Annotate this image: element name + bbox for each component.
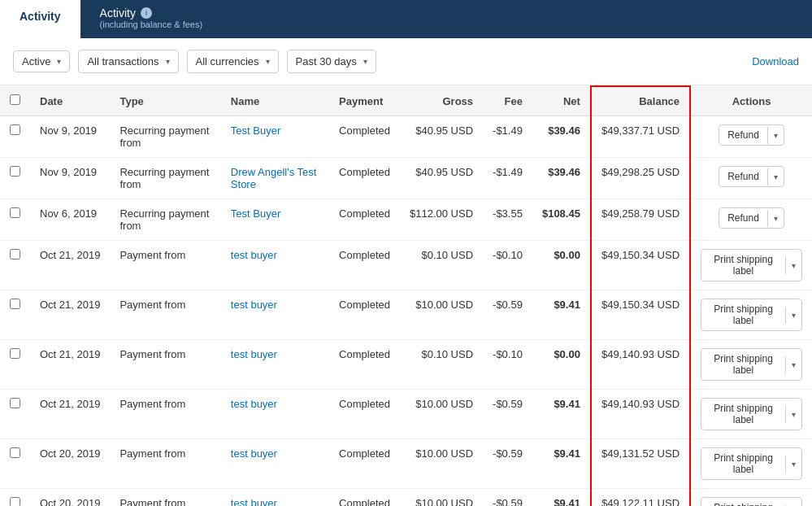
row-name[interactable]: Test Buyer [221, 116, 329, 158]
row-date: Oct 20, 2019 [30, 439, 110, 489]
table-row: Oct 21, 2019 Payment from test buyer Com… [0, 390, 812, 439]
action-button-label[interactable]: Print shipping label [701, 299, 785, 330]
header-checkbox[interactable] [0, 86, 30, 116]
transactions-table-container: Date Type Name Payment Gross Fee Net Bal… [0, 85, 812, 506]
table-row: Oct 20, 2019 Payment from test buyer Com… [0, 439, 812, 489]
row-name[interactable]: test buyer [221, 290, 329, 340]
row-name[interactable]: test buyer [221, 241, 329, 290]
tab-activity-fees-sub: (including balance & fees) [100, 20, 203, 29]
action-button-chevron-icon[interactable]: ▾ [785, 356, 801, 373]
row-name-link[interactable]: Test Buyer [231, 207, 280, 220]
row-name[interactable]: test buyer [221, 439, 329, 489]
row-checkbox-cell[interactable] [0, 489, 30, 507]
row-payment: Completed [329, 489, 400, 507]
select-all-checkbox[interactable] [10, 94, 20, 105]
row-type: Payment from [110, 241, 220, 290]
row-name-link[interactable]: test buyer [231, 299, 277, 311]
row-name[interactable]: test buyer [221, 489, 329, 507]
row-checkbox[interactable] [10, 166, 20, 177]
row-date: Oct 21, 2019 [30, 241, 110, 290]
row-gross: $10.00 USD [400, 489, 483, 507]
row-type: Payment from [110, 340, 220, 390]
row-name[interactable]: test buyer [221, 340, 329, 390]
tab-empty[interactable] [222, 0, 812, 38]
row-action-button[interactable]: Refund ▾ [719, 124, 784, 146]
row-fee: -$0.10 [483, 241, 532, 290]
row-action-button[interactable]: Print shipping label ▾ [701, 299, 802, 331]
row-name-link[interactable]: test buyer [231, 398, 277, 410]
header-type: Type [110, 86, 220, 116]
action-button-chevron-icon[interactable]: ▾ [785, 456, 801, 473]
row-action-button[interactable]: Print shipping label ▾ [701, 398, 802, 430]
action-button-label[interactable]: Print shipping label [701, 448, 785, 479]
row-checkbox-cell[interactable] [0, 340, 30, 390]
header-payment: Payment [329, 86, 400, 116]
row-payment: Completed [329, 290, 400, 340]
row-name[interactable]: Test Buyer [221, 199, 329, 241]
row-action-button[interactable]: Refund ▾ [719, 207, 784, 229]
row-checkbox-cell[interactable] [0, 439, 30, 489]
row-fee: -$0.10 [483, 340, 532, 390]
row-name-link[interactable]: Drew Angell's Test Store [231, 166, 317, 190]
row-checkbox[interactable] [10, 207, 20, 218]
info-icon: i [141, 7, 152, 19]
action-button-label[interactable]: Print shipping label [701, 349, 785, 380]
action-button-label[interactable]: Print shipping label [701, 250, 785, 281]
action-button-chevron-icon[interactable]: ▾ [785, 257, 801, 274]
row-name[interactable]: Drew Angell's Test Store [221, 158, 329, 199]
row-balance: $49,298.25 USD [591, 158, 690, 199]
row-type: Payment from [110, 489, 220, 507]
row-name-link[interactable]: Test Buyer [231, 124, 280, 137]
row-checkbox[interactable] [10, 124, 20, 135]
action-button-chevron-icon[interactable]: ▾ [767, 127, 784, 144]
row-action-button[interactable]: Print shipping label ▾ [701, 447, 802, 480]
status-filter-value: Active [22, 55, 50, 68]
header-fee: Fee [483, 86, 532, 116]
row-checkbox-cell[interactable] [0, 199, 30, 241]
row-name-link[interactable]: test buyer [231, 447, 277, 460]
row-name-link[interactable]: test buyer [231, 249, 277, 261]
action-button-label[interactable]: Print shipping label [701, 399, 785, 430]
tab-activity-fees[interactable]: Activity i (including balance & fees) [80, 0, 223, 38]
download-link[interactable]: Download [752, 55, 799, 68]
row-balance: $49,122.11 USD [591, 489, 690, 507]
row-checkbox-cell[interactable] [0, 116, 30, 158]
row-checkbox[interactable] [10, 299, 20, 309]
row-checkbox[interactable] [10, 497, 20, 506]
row-gross: $112.00 USD [400, 199, 483, 241]
action-button-label[interactable]: Refund [719, 125, 767, 145]
row-action-button[interactable]: Print shipping label ▾ [701, 497, 802, 506]
row-checkbox[interactable] [10, 398, 20, 408]
period-filter[interactable]: Past 30 days ▾ [287, 50, 376, 73]
status-filter[interactable]: Active ▾ [13, 50, 70, 72]
row-checkbox-cell[interactable] [0, 290, 30, 340]
action-button-chevron-icon[interactable]: ▾ [767, 210, 784, 227]
row-checkbox-cell[interactable] [0, 390, 30, 439]
currency-filter[interactable]: All currencies ▾ [187, 50, 279, 73]
row-name[interactable]: test buyer [221, 390, 329, 439]
row-action-button[interactable]: Print shipping label ▾ [701, 249, 802, 281]
header-net: Net [532, 86, 591, 116]
row-balance: $49,258.79 USD [591, 199, 690, 241]
type-filter[interactable]: All transactions ▾ [78, 50, 178, 73]
action-button-chevron-icon[interactable]: ▾ [785, 307, 801, 324]
row-action-cell: Print shipping label ▾ [690, 489, 812, 507]
action-button-chevron-icon[interactable]: ▾ [767, 168, 784, 185]
action-button-label[interactable]: Refund [719, 208, 767, 228]
action-button-label[interactable]: Print shipping label [701, 498, 785, 506]
row-checkbox[interactable] [10, 447, 20, 458]
status-chevron-icon: ▾ [57, 57, 61, 66]
tab-activity[interactable]: Activity [0, 0, 80, 38]
row-checkbox-cell[interactable] [0, 158, 30, 199]
action-button-label[interactable]: Refund [719, 167, 767, 186]
header-balance: Balance [591, 86, 690, 116]
row-name-link[interactable]: test buyer [231, 497, 277, 506]
row-action-button[interactable]: Print shipping label ▾ [701, 348, 802, 381]
row-checkbox[interactable] [10, 249, 20, 260]
row-checkbox[interactable] [10, 348, 20, 359]
row-name-link[interactable]: test buyer [231, 348, 277, 360]
row-action-button[interactable]: Refund ▾ [719, 166, 784, 187]
action-button-chevron-icon[interactable]: ▾ [785, 406, 801, 423]
row-checkbox-cell[interactable] [0, 241, 30, 290]
row-payment: Completed [329, 390, 400, 439]
